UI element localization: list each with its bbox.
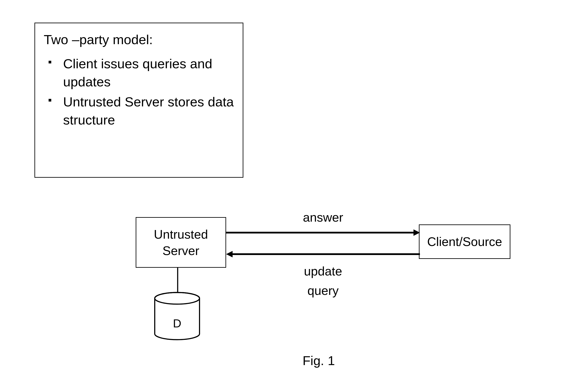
database-icon: D xyxy=(154,292,200,340)
diagram: Untrusted Server Client/Source answer up… xyxy=(0,0,575,392)
update-query-arrow xyxy=(226,250,420,258)
query-label: query xyxy=(291,283,355,298)
answer-label: answer xyxy=(291,210,355,224)
server-box: Untrusted Server xyxy=(136,217,226,268)
client-box: Client/Source xyxy=(419,224,510,259)
server-box-line1: Untrusted xyxy=(154,226,208,242)
update-label: update xyxy=(291,264,355,278)
server-box-line2: Server xyxy=(163,243,199,259)
server-db-connector xyxy=(175,268,180,294)
svg-marker-1 xyxy=(413,229,420,236)
database-label: D xyxy=(154,317,200,330)
client-box-label: Client/Source xyxy=(427,233,502,250)
svg-marker-3 xyxy=(226,251,233,257)
figure-caption: Fig. 1 xyxy=(297,353,340,368)
answer-arrow xyxy=(226,228,420,237)
